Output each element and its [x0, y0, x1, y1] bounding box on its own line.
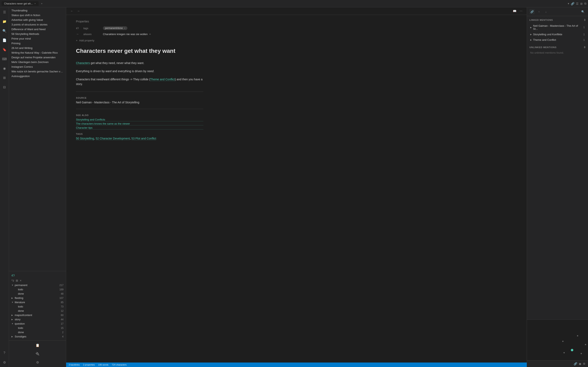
tree-item-permanent[interactable]: ▼permanent217	[9, 283, 66, 287]
split-icon[interactable]: ⧉	[584, 2, 586, 5]
file-item[interactable]: 26 Art and Writing	[9, 46, 66, 50]
sort-panel-button[interactable]: ↑	[536, 9, 542, 14]
tree-item-todo[interactable]: todo73	[9, 304, 66, 309]
tree-item-done[interactable]: done2	[9, 330, 66, 334]
tree-count: 85	[61, 301, 63, 304]
mention-item[interactable]: ▶Neil Gaiman - Masterclass - The Art of …	[529, 23, 586, 32]
content-toolbar-right: 📖 ⋯	[512, 8, 523, 13]
tree-count: 2	[62, 331, 63, 334]
tree-item-fleeting[interactable]: ▶fleeting107	[9, 296, 66, 300]
file-item[interactable]: Advertise with giving Value	[9, 17, 66, 22]
sort-az-icon[interactable]: ᴬᴢ	[11, 279, 14, 282]
tag-separator: ,	[94, 137, 96, 140]
file-item[interactable]: Design auf meine Projekte anwenden	[9, 55, 66, 60]
note-title: Characters never get what they want	[76, 48, 203, 54]
graph-dot	[577, 335, 578, 336]
sidebar-icon-template[interactable]: ⊞	[1, 75, 8, 81]
list-icon[interactable]: ☰	[576, 2, 579, 5]
tree-label: done	[18, 331, 62, 334]
tree-item-sonstiges[interactable]: ▶Sonstiges4	[9, 334, 66, 339]
sidebar-icon-settings[interactable]: ⚙	[1, 359, 8, 365]
sidebar-icon-terminal[interactable]: ⌨	[1, 56, 8, 62]
see-also-link[interactable]: The characters knows the same as the vie…	[76, 122, 203, 125]
sidebar-icon-file[interactable]: 📄	[1, 37, 8, 43]
file-item[interactable]: Prime your mind	[9, 36, 66, 41]
file-item[interactable]: Mehr Überlegen beim Zeichnen	[9, 60, 66, 64]
search-panel-button[interactable]: 🔍	[580, 9, 586, 14]
tag-remove-button[interactable]: ×	[124, 27, 125, 29]
sidebar-icon-bookmark[interactable]: 🔖	[1, 47, 8, 53]
read-mode-button[interactable]: 📖	[512, 8, 517, 13]
tree-count: 15	[61, 327, 63, 329]
graph-bottom-icon[interactable]: ◉	[579, 362, 581, 365]
link-bottom-icon[interactable]: 🔗	[574, 362, 577, 365]
settings-bottom-icon[interactable]: ⚙	[583, 362, 586, 365]
section-divider-1	[76, 92, 203, 92]
source-section: Source Neil Gaiman - Masterclass - The A…	[76, 97, 203, 104]
sidebar-icon-graph[interactable]: ◉	[1, 65, 8, 71]
mention-item[interactable]: ▶Theme and Conflict1	[529, 37, 586, 43]
sidebar-icon-help[interactable]: ?	[1, 350, 8, 356]
bottom-icon-page[interactable]: 📋	[35, 342, 41, 348]
tree-item-literature[interactable]: ▼literature85	[9, 300, 66, 304]
file-item[interactable]: Difference of Want and Need	[9, 27, 66, 32]
sidebar-icon-search[interactable]: 🔍	[1, 28, 8, 34]
sidebar-icon-grid[interactable]: ⊟	[1, 84, 8, 90]
tree-item-story[interactable]: ▶story44	[9, 317, 66, 322]
see-also-link[interactable]: Character tips	[76, 126, 203, 129]
file-item[interactable]: Thumbnailing	[9, 8, 66, 13]
tree-label: done	[18, 292, 61, 295]
sort-tree-icon[interactable]: ⊞	[16, 279, 18, 282]
forward-button[interactable]: →	[76, 8, 81, 13]
file-item[interactable]: Priming	[9, 41, 66, 46]
tree-label: done	[18, 309, 61, 312]
tab-dropdown-button[interactable]: ▾	[567, 1, 570, 6]
see-also-link[interactable]: Storytelling and Conflicts	[76, 118, 203, 121]
file-panel: ThumbnailingStatus quo shift in fictionA…	[9, 7, 66, 367]
file-item[interactable]: Wie nutze ich bereits gemachte Sachen vo…	[9, 69, 66, 74]
note-para-2: Everything is driven by want and everyth…	[76, 69, 203, 74]
mention-item[interactable]: ▶Storytelling und Konflikte1	[529, 32, 586, 37]
backlinks-panel-button[interactable]: 🔗	[529, 9, 535, 14]
add-property-button[interactable]: + Add property	[76, 38, 203, 43]
bottom-icon-settings[interactable]: ⚙	[35, 359, 41, 365]
tree-item-done[interactable]: done48	[9, 292, 66, 296]
tab-add-button[interactable]: +	[39, 1, 44, 6]
graph-dot	[581, 353, 582, 354]
mention-chevron: ▶	[530, 26, 532, 29]
tree-item-mapsofcontent[interactable]: ▶mapsofcontent60	[9, 313, 66, 317]
tag-link[interactable]: 53 Plot and Conflict	[131, 137, 156, 140]
sidebar-icon-toggle[interactable]: ☰	[1, 9, 8, 15]
file-item[interactable]: Autosuggestion	[9, 74, 66, 78]
tag-section: 🏷	[9, 272, 66, 278]
tab-item-characters[interactable]: Characters never get wh... ×	[2, 1, 39, 6]
tree-item-todo[interactable]: todo169	[9, 287, 66, 292]
theme-conflict-link[interactable]: Theme and Conflict	[150, 78, 175, 81]
file-item[interactable]: 3 points of structures in stories	[9, 22, 66, 27]
layout-icon[interactable]: ⊞	[580, 2, 583, 5]
tree-label: mapsofcontent	[15, 314, 61, 317]
tree-item-question[interactable]: ▼question17	[9, 322, 66, 326]
linked-mentions-count: 3	[584, 18, 586, 21]
tag-close-icon[interactable]: ×	[20, 279, 21, 282]
tree-label: todo	[18, 326, 61, 329]
sidebar-icon-folder[interactable]: 📁	[1, 18, 8, 25]
file-item[interactable]: Writing the Natural Way - Gabriele Rico	[9, 50, 66, 55]
tree-item-done[interactable]: done12	[9, 309, 66, 313]
back-button[interactable]: ←	[69, 8, 74, 13]
tree-item-todo[interactable]: todo15	[9, 326, 66, 330]
file-item[interactable]: 58 Storytelling Methods	[9, 32, 66, 36]
file-item[interactable]: Status quo shift in fiction	[9, 13, 66, 17]
sort-desc-panel-button[interactable]: ↓	[543, 9, 549, 14]
alias-remove-button[interactable]: ×	[149, 33, 151, 36]
tag-link[interactable]: 52 Character Development	[96, 137, 130, 140]
tag-link[interactable]: 50 Storytelling	[76, 137, 94, 140]
tab-close-button[interactable]: ×	[34, 2, 36, 5]
tree-label: todo	[18, 305, 61, 308]
more-button[interactable]: ⋯	[519, 8, 523, 13]
unlinked-mentions-count: 0	[584, 46, 586, 49]
characters-link[interactable]: Characters	[76, 61, 90, 65]
file-item[interactable]: Instagram Comics	[9, 64, 66, 69]
link-icon[interactable]: 🔗	[571, 2, 574, 5]
bottom-icon-plugin[interactable]: 🔌	[35, 351, 41, 357]
